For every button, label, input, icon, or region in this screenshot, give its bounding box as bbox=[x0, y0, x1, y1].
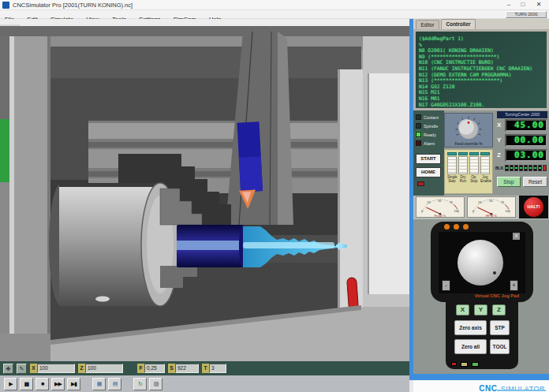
view-tab-bar: 3D 2D SimCam bbox=[0, 19, 412, 26]
t-value[interactable]: 3 bbox=[209, 364, 226, 373]
rpm-gauge: 0 25 50 75 100 RPM % bbox=[467, 196, 516, 218]
pan-icon[interactable]: ✥ bbox=[3, 364, 13, 374]
x-value[interactable]: 100 bbox=[37, 364, 75, 373]
coolant-led bbox=[416, 114, 421, 120]
svg-text:0: 0 bbox=[421, 210, 423, 213]
stp-button[interactable]: STP bbox=[490, 320, 510, 335]
switch-jog-enable[interactable]: Jog Enable bbox=[480, 152, 490, 192]
report-window-icon[interactable]: ▦ bbox=[92, 378, 106, 390]
spindle-led bbox=[416, 123, 421, 129]
axis-x-display: 45.00 bbox=[505, 119, 547, 132]
rpm-gauge-label: RPM % bbox=[486, 214, 497, 217]
door-handle[interactable] bbox=[347, 278, 359, 311]
jog-minus-button[interactable]: - bbox=[442, 280, 450, 291]
feed-field[interactable]: F 0,25 bbox=[137, 364, 165, 373]
t-key: T bbox=[202, 364, 209, 373]
block-alarm-cell bbox=[543, 165, 547, 171]
jog-pad-dot bbox=[463, 224, 469, 230]
s-value[interactable]: 922 bbox=[175, 364, 199, 373]
code-line: N17 G40G0S21X100.Z100. bbox=[419, 102, 543, 108]
block-indicator-row: BLK bbox=[495, 165, 547, 171]
switch-dry-run[interactable]: Dry Run bbox=[458, 152, 468, 192]
minimize-button[interactable]: – bbox=[503, 1, 514, 9]
tab-editor[interactable]: Editor bbox=[416, 20, 439, 29]
home-button[interactable]: HOME bbox=[416, 167, 441, 177]
jog-plus-button[interactable]: + bbox=[510, 280, 518, 291]
code-line: N11 (FANUC INSTRUCTIEBOEK CNC DRAAIEN) bbox=[419, 65, 543, 72]
axis-z-display: 03.00 bbox=[505, 149, 547, 162]
code-line: N8 O2001( KONING DRAAIEN) bbox=[419, 47, 543, 54]
coolant-led-row: Coolant bbox=[416, 114, 439, 120]
spindle-led-row: Spindle bbox=[416, 123, 438, 129]
tool-field[interactable]: T 3 bbox=[202, 364, 226, 373]
close-button[interactable]: ✕ bbox=[533, 1, 544, 9]
knob-label: Feed override % bbox=[444, 142, 493, 146]
zero-all-button[interactable]: Zero all bbox=[454, 339, 487, 354]
fast-forward-icon[interactable]: ▶▶ bbox=[51, 378, 65, 390]
zero-axis-button[interactable]: Zero axis bbox=[454, 320, 487, 335]
tool-button[interactable]: TOOL bbox=[490, 339, 510, 354]
machine-window-icon[interactable]: ▤ bbox=[108, 378, 121, 390]
stop-icon[interactable]: ■ bbox=[35, 378, 49, 390]
f-value[interactable]: 0,25 bbox=[144, 364, 165, 373]
feed-gauge-label: Feed % bbox=[435, 214, 446, 217]
jog-led-green bbox=[472, 362, 479, 367]
mode-switch-panel: Single Step Dry Run Op. Stop Jog Enable bbox=[444, 149, 493, 194]
jog-axis-z-key[interactable]: Z bbox=[492, 304, 506, 315]
axis-y-label: Y bbox=[497, 136, 504, 144]
jog-pad-close-button[interactable]: X bbox=[513, 233, 520, 240]
switch-op-stop[interactable]: Op. Stop bbox=[469, 152, 479, 192]
x-key: X bbox=[30, 364, 37, 373]
axis-y-display: 00.00 bbox=[505, 134, 547, 147]
status-led-red bbox=[417, 181, 424, 186]
knob-indicator-dot bbox=[468, 121, 470, 124]
z-value[interactable]: 100 bbox=[85, 364, 123, 373]
halt-button[interactable]: HALT! bbox=[524, 197, 543, 217]
speed-field[interactable]: S 922 bbox=[168, 364, 199, 373]
jog-dial-notch bbox=[493, 271, 496, 274]
simulation-toolbar: ▶ ▮▮ ■ ▶▶ ▶▮ ▦ ▤ ↻ ▨ bbox=[0, 375, 409, 392]
edit-icon[interactable]: ✎ bbox=[17, 364, 27, 374]
controller-screen: ($AddRegPart 1) % N8 O2001( KONING DRAAI… bbox=[413, 29, 549, 110]
logo-cnc-text: CNC bbox=[479, 384, 497, 392]
coolant-panel-green bbox=[0, 119, 9, 182]
alarm-led bbox=[416, 140, 421, 146]
svg-text:25: 25 bbox=[427, 201, 430, 204]
viewport-3d[interactable] bbox=[0, 26, 412, 361]
jog-pad-dot bbox=[454, 224, 459, 230]
tab-controller[interactable]: Controller bbox=[441, 19, 476, 29]
svg-text:50: 50 bbox=[438, 200, 441, 203]
machine-select-button[interactable]: TURN 2000 bbox=[506, 11, 547, 18]
stop-button[interactable]: Stop bbox=[497, 177, 521, 187]
play-icon[interactable]: ▶ bbox=[4, 378, 17, 390]
svg-text:75: 75 bbox=[450, 201, 453, 204]
refresh-icon[interactable]: ↻ bbox=[133, 378, 147, 390]
svg-text:100: 100 bbox=[506, 210, 510, 213]
controller-brand: TurningCenter 2000 bbox=[497, 111, 547, 118]
jog-axis-y-key[interactable]: Y bbox=[474, 304, 487, 315]
code-line: N16 M01 bbox=[419, 95, 543, 102]
svg-text:100: 100 bbox=[454, 210, 459, 213]
x-position-field[interactable]: X 100 bbox=[30, 364, 75, 373]
start-button[interactable]: START bbox=[416, 154, 441, 164]
title-bar: CNCSimulator Pro [2001(TURN KONING).nc] … bbox=[0, 0, 549, 10]
jog-axis-x-key[interactable]: X bbox=[456, 304, 469, 315]
step-forward-icon[interactable]: ▶▮ bbox=[67, 378, 80, 390]
svg-text:75: 75 bbox=[501, 201, 504, 204]
logo-tagline-strip bbox=[497, 390, 546, 391]
code-line: ($AddRegPart 1) bbox=[419, 35, 543, 42]
app-window: CNCSimulator Pro [2001(TURN KONING).nc] … bbox=[0, 0, 549, 392]
panel-chrome-bottom bbox=[409, 374, 549, 380]
reset-button[interactable]: Reset bbox=[523, 177, 547, 187]
maximize-button[interactable]: □ bbox=[517, 1, 528, 9]
app-icon bbox=[2, 2, 9, 9]
z-key: Z bbox=[78, 364, 85, 373]
switch-single-step[interactable]: Single Step bbox=[447, 152, 457, 192]
axis-x-label: X bbox=[497, 121, 504, 129]
jog-dial[interactable] bbox=[458, 240, 503, 286]
s-key: S bbox=[168, 364, 175, 373]
z-position-field[interactable]: Z 100 bbox=[78, 364, 123, 373]
page-icon[interactable]: ▨ bbox=[149, 378, 162, 390]
code-line: N13 (**********************) bbox=[419, 77, 543, 84]
pause-icon[interactable]: ▮▮ bbox=[20, 378, 33, 390]
